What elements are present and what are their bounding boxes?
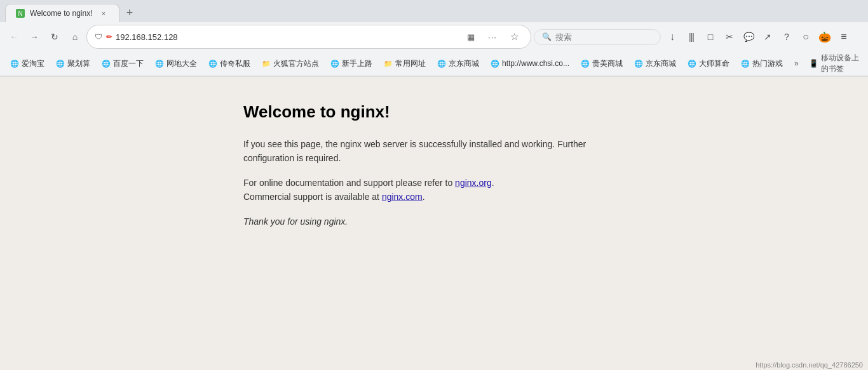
- bookmarks-more-button[interactable]: »: [790, 57, 803, 70]
- bookmark-favicon-5: 📁: [262, 59, 271, 68]
- bookmark-common[interactable]: 📁 常用网址: [379, 56, 431, 71]
- bookmark-label-12: 大师算命: [699, 58, 729, 69]
- bookmark-wangdi[interactable]: 🌐 网地大全: [150, 56, 202, 71]
- bookmark-jd1[interactable]: 🌐 京东商城: [432, 56, 484, 71]
- bookmark-star-button[interactable]: ☆: [505, 28, 523, 46]
- bookmark-guimei[interactable]: 🌐 贵美商城: [576, 56, 628, 71]
- nginx-com-link[interactable]: nginx.com: [382, 192, 423, 202]
- bookmark-favicon-6: 🌐: [330, 59, 339, 68]
- nginx-content: Welcome to nginx! If you see this page, …: [243, 102, 625, 239]
- bookmark-favicon-4: 🌐: [208, 59, 217, 68]
- active-tab[interactable]: N Welcome to nginx! ×: [5, 4, 119, 22]
- tab-favicon: N: [16, 9, 25, 18]
- qr-button[interactable]: ▦: [462, 28, 480, 46]
- bookmark-label-0: 爱淘宝: [22, 58, 44, 69]
- page-content: Welcome to nginx! If you see this page, …: [0, 77, 868, 370]
- bookmark-favicon-3: 🌐: [155, 59, 164, 68]
- mobile-bookmarks[interactable]: 📱 移动设备上的书签: [809, 53, 863, 74]
- bookmark-label-4: 传奇私服: [220, 58, 250, 69]
- browser-chrome: N Welcome to nginx! × + ← → ↻ ⌂ 🛡 ✏ ▦ ··…: [0, 0, 868, 77]
- menu-button[interactable]: ≡: [835, 28, 853, 46]
- tab-close-button[interactable]: ×: [98, 8, 109, 18]
- bookmark-favicon-8: 🌐: [437, 59, 446, 68]
- tab-title: Welcome to nginx!: [30, 9, 93, 18]
- arrow-button[interactable]: ↗: [759, 28, 776, 46]
- nginx-p3-after: .: [423, 192, 425, 202]
- status-bar: https://blog.csdn.net/qq_42786250: [750, 360, 868, 370]
- nginx-thanks: Thank you for using nginx.: [243, 215, 625, 228]
- search-bar[interactable]: 🔍: [534, 29, 661, 45]
- bookmark-juhuasuan[interactable]: 🌐 聚划算: [51, 56, 95, 71]
- nav-bar: ← → ↻ ⌂ 🛡 ✏ ▦ ··· ☆ 🔍 ↓ ||| □ ✂ 💬 ↗ ? ○ …: [0, 22, 868, 51]
- bookmark-favicon-9: 🌐: [491, 59, 499, 68]
- bookmark-favicon-0: 🌐: [10, 59, 19, 68]
- bookmark-taobao[interactable]: 🌐 爱淘宝: [5, 56, 50, 71]
- site-icon: ✏: [106, 33, 112, 41]
- question-button[interactable]: ?: [778, 28, 796, 46]
- mobile-bookmarks-label: 移动设备上的书签: [821, 53, 863, 74]
- forward-button[interactable]: →: [25, 28, 43, 46]
- bookmark-label-9: http://www.chsi.co...: [502, 59, 569, 68]
- mobile-device-icon: 📱: [809, 59, 818, 68]
- bookmark-label-8: 京东商城: [449, 58, 479, 69]
- refresh-button[interactable]: ↻: [46, 28, 64, 46]
- bookmarks-bar: 🌐 爱淘宝 🌐 聚划算 🌐 百度一下 🌐 网地大全 🌐 传奇私服 📁 火狐官方站…: [0, 51, 868, 76]
- toolbar-icons: ↓ ||| □ ✂ 💬 ↗ ? ○ 🎃 ≡: [663, 28, 853, 46]
- bookmark-baidu[interactable]: 🌐 百度一下: [97, 56, 149, 71]
- bookmark-games[interactable]: 🌐 热门游戏: [736, 56, 788, 71]
- nginx-paragraph-2: For online documentation and support ple…: [243, 176, 625, 204]
- nginx-p2-before: For online documentation and support ple…: [243, 178, 455, 188]
- bookmark-favicon-13: 🌐: [741, 59, 750, 68]
- avatar-button[interactable]: 🎃: [816, 28, 834, 46]
- nginx-p2-after: .: [492, 178, 494, 188]
- home-button[interactable]: ⌂: [66, 28, 84, 46]
- address-input[interactable]: [116, 32, 458, 42]
- page-title: Welcome to nginx!: [243, 102, 625, 122]
- bookmark-label-5: 火狐官方站点: [273, 58, 319, 69]
- status-hint: https://blog.csdn.net/qq_42786250: [756, 361, 863, 369]
- nginx-paragraph-1: If you see this page, the nginx web serv…: [243, 137, 625, 166]
- bookmark-favicon-10: 🌐: [581, 59, 590, 68]
- bookmark-label-6: 新手上路: [342, 58, 372, 69]
- search-input[interactable]: [555, 32, 653, 42]
- screenshot-button[interactable]: □: [702, 28, 719, 46]
- bookmark-label-11: 京东商城: [646, 58, 676, 69]
- bookmark-chsi[interactable]: 🌐 http://www.chsi.co...: [485, 57, 574, 70]
- bookmark-label-13: 热门游戏: [752, 58, 783, 69]
- bookmark-favicon-7: 📁: [384, 59, 393, 68]
- bookmark-label-3: 网地大全: [166, 58, 197, 69]
- bookmark-favicon-12: 🌐: [688, 59, 696, 68]
- bookmark-label-2: 百度一下: [113, 58, 144, 69]
- back-button[interactable]: ←: [5, 28, 23, 46]
- bookmark-chuanqi[interactable]: 🌐 传奇私服: [203, 56, 255, 71]
- address-bar[interactable]: 🛡 ✏ ▦ ··· ☆: [86, 25, 531, 49]
- new-tab-button[interactable]: +: [121, 4, 139, 22]
- nginx-org-link[interactable]: nginx.org: [455, 178, 492, 188]
- nginx-p3-before: Commercial support is available at: [243, 192, 382, 202]
- nginx-body: If you see this page, the nginx web serv…: [243, 137, 625, 228]
- bookmark-label-7: 常用网址: [395, 58, 426, 69]
- history-button[interactable]: |||: [682, 28, 700, 46]
- bookmark-favicon-1: 🌐: [56, 59, 65, 68]
- bookmark-favicon-2: 🌐: [102, 59, 111, 68]
- user-button[interactable]: ○: [797, 28, 815, 46]
- bookmark-label-1: 聚划算: [67, 58, 90, 69]
- security-icon: 🛡: [95, 32, 102, 41]
- download-button[interactable]: ↓: [663, 28, 681, 46]
- clip-button[interactable]: ✂: [721, 28, 738, 46]
- bookmark-firefox[interactable]: 📁 火狐官方站点: [257, 56, 324, 71]
- bookmark-jd2[interactable]: 🌐 京东商城: [629, 56, 681, 71]
- chat-button[interactable]: 💬: [740, 28, 757, 46]
- bookmark-favicon-11: 🌐: [634, 59, 643, 68]
- bookmark-label-10: 贵美商城: [592, 58, 623, 69]
- search-icon: 🔍: [542, 32, 552, 41]
- bookmark-dasuan[interactable]: 🌐 大师算命: [682, 56, 735, 71]
- tab-bar: N Welcome to nginx! × +: [0, 0, 868, 22]
- bookmark-newbie[interactable]: 🌐 新手上路: [325, 56, 377, 71]
- more-options-button[interactable]: ···: [484, 28, 501, 46]
